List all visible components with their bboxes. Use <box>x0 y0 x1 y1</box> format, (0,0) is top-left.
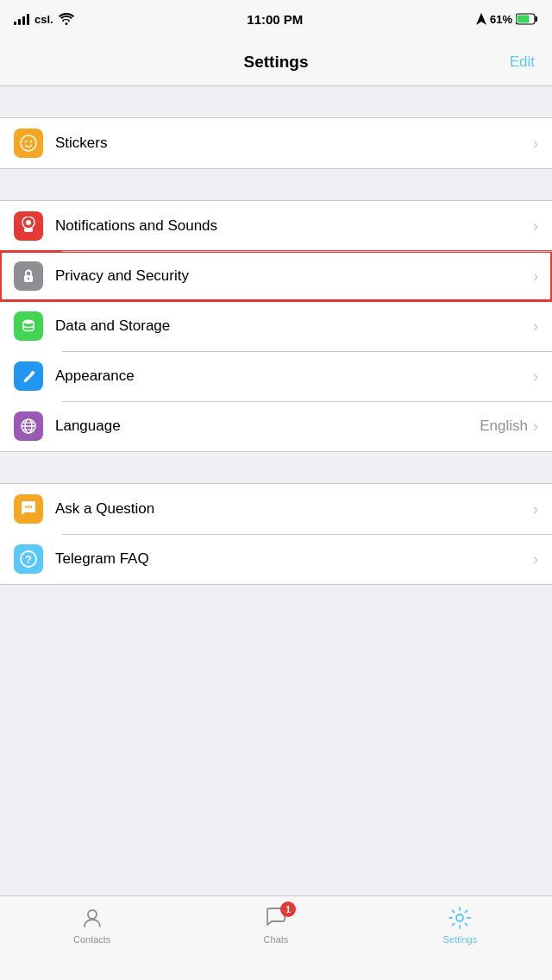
appearance-row[interactable]: Appearance › <box>0 351 552 401</box>
status-bar: csl. 11:00 PM 61% <box>0 0 552 38</box>
chats-badge: 1 <box>280 901 296 917</box>
svg-point-4 <box>25 141 27 142</box>
contacts-icon <box>80 906 104 930</box>
ask-label: Ask a Question <box>55 500 533 518</box>
faq-icon: ? <box>14 544 43 574</box>
language-value: English <box>480 418 528 435</box>
ask-row[interactable]: Ask a Question › <box>0 484 552 534</box>
chats-tab-label: Chats <box>264 934 289 945</box>
stickers-icon <box>14 129 43 158</box>
notifications-label: Notifications and Sounds <box>55 217 533 235</box>
appearance-chevron: › <box>533 368 538 386</box>
faq-label: Telegram FAQ <box>55 550 533 568</box>
privacy-row[interactable]: Privacy and Security › <box>0 251 552 301</box>
svg-point-10 <box>28 278 29 280</box>
language-label: Language <box>55 418 480 435</box>
settings-tab-label: Settings <box>442 934 477 945</box>
status-right: 61% <box>476 13 538 26</box>
notifications-icon <box>14 211 43 241</box>
svg-point-3 <box>21 135 36 151</box>
chats-icon-wrap: 1 <box>263 905 289 931</box>
svg-point-11 <box>23 320 34 324</box>
appearance-icon <box>14 361 43 391</box>
privacy-icon <box>14 261 43 291</box>
notifications-row[interactable]: Notifications and Sounds › <box>0 201 552 251</box>
data-row[interactable]: Data and Storage › <box>0 301 552 351</box>
data-icon <box>14 311 43 341</box>
stickers-row[interactable]: Stickers › <box>0 118 552 168</box>
faq-chevron: › <box>533 550 538 569</box>
svg-rect-8 <box>24 228 33 232</box>
settings-icon-wrap <box>447 905 473 931</box>
wifi-icon <box>59 13 74 25</box>
ask-icon <box>14 494 43 524</box>
privacy-svg <box>19 267 38 286</box>
notifications-chevron: › <box>533 217 538 236</box>
stickers-label: Stickers <box>55 135 533 152</box>
svg-point-21 <box>30 506 32 507</box>
location-icon <box>476 13 486 25</box>
tab-settings[interactable]: Settings <box>368 905 552 945</box>
battery-icon <box>516 13 538 25</box>
notifications-svg <box>19 217 38 236</box>
signal-bars <box>14 13 29 25</box>
settings-content: Stickers › Notifications and Sounds › <box>0 86 552 585</box>
status-left: csl. <box>14 13 74 26</box>
page-title: Settings <box>244 53 309 72</box>
spacer-top <box>0 86 552 117</box>
section-help-group: Ask a Question › ? Telegram FAQ › <box>0 483 552 585</box>
navigation-bar: Settings Edit <box>0 38 552 86</box>
data-svg <box>19 317 38 336</box>
contacts-icon-wrap <box>79 905 105 931</box>
svg-point-5 <box>30 141 32 142</box>
svg-point-19 <box>25 506 27 507</box>
status-time: 11:00 PM <box>247 12 303 27</box>
settings-tab-icon <box>448 906 472 930</box>
data-chevron: › <box>533 317 538 336</box>
carrier-label: csl. <box>34 13 53 26</box>
language-icon <box>14 411 43 441</box>
tab-chats[interactable]: 1 Chats <box>184 905 367 945</box>
privacy-chevron: › <box>533 267 538 286</box>
stickers-chevron: › <box>533 135 538 153</box>
svg-point-24 <box>88 910 97 919</box>
stickers-svg <box>19 134 38 153</box>
svg-rect-2 <box>517 16 529 23</box>
privacy-label: Privacy and Security <box>55 267 533 285</box>
battery-label: 61% <box>490 13 512 26</box>
spacer-2 <box>0 452 552 483</box>
language-svg <box>19 417 38 436</box>
svg-text:?: ? <box>25 553 32 566</box>
ask-chevron: › <box>533 500 538 518</box>
faq-row[interactable]: ? Telegram FAQ › <box>0 534 552 584</box>
data-label: Data and Storage <box>55 317 533 335</box>
ask-svg <box>19 499 38 518</box>
language-row[interactable]: Language English › <box>0 401 552 451</box>
language-chevron: › <box>533 418 538 436</box>
svg-point-20 <box>28 506 29 507</box>
edit-button[interactable]: Edit <box>510 53 535 71</box>
tab-contacts[interactable]: Contacts <box>0 905 184 945</box>
contacts-tab-label: Contacts <box>73 934 110 945</box>
tab-bar: Contacts 1 Chats Settings <box>0 895 552 980</box>
appearance-svg <box>19 367 38 386</box>
appearance-label: Appearance <box>55 368 533 385</box>
svg-rect-1 <box>535 16 537 22</box>
faq-svg: ? <box>19 550 38 569</box>
svg-point-7 <box>26 220 31 225</box>
svg-point-25 <box>456 914 463 921</box>
section-privacy-group: Notifications and Sounds › Privacy and S… <box>0 200 552 452</box>
section-stickers: Stickers › <box>0 117 552 169</box>
spacer-1 <box>0 169 552 200</box>
